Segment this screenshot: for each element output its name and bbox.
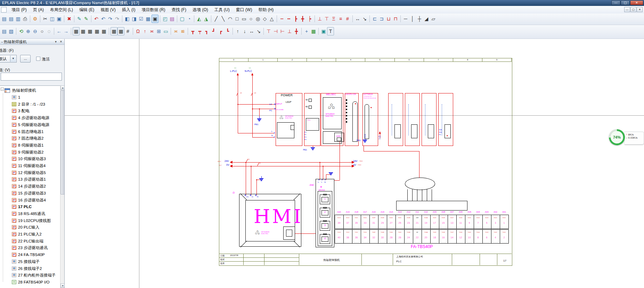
tb2-icon-25[interactable]: ≍	[148, 27, 155, 35]
tb2-icon-34[interactable]: ┓	[203, 27, 210, 35]
tb2-icon-8[interactable]: ◌	[46, 27, 52, 35]
tb1-icon-47[interactable]: ┉	[278, 15, 285, 23]
tb1-icon-45[interactable]: △	[268, 15, 275, 23]
tb2-icon-40[interactable]: ↓	[241, 27, 248, 35]
tb1-icon-54[interactable]: ⊤	[323, 15, 330, 23]
tb2-icon-50[interactable]: +	[303, 27, 310, 35]
scroll-down-icon[interactable]: ▼	[60, 283, 65, 288]
tree-item-10[interactable]: 10 伺服驱动器3	[0, 156, 60, 162]
tb1-icon-39[interactable]: ◠	[227, 15, 234, 23]
tree-item-3[interactable]: 3 配电	[0, 108, 60, 114]
tb1-icon-31[interactable]: ▢	[179, 15, 186, 23]
tb1-icon-38[interactable]: ╲	[220, 15, 227, 23]
tb1-icon-71[interactable]: ▱	[430, 15, 437, 23]
tb2-icon-39[interactable]: ↑	[234, 27, 241, 35]
tree-item-11[interactable]: 11 伺服驱动器4	[0, 163, 60, 169]
tb1-icon-6[interactable]: ⚙	[32, 15, 39, 23]
tb1-icon-10[interactable]: ▣	[56, 15, 63, 23]
tb2-icon-15[interactable]: ▦	[87, 27, 93, 35]
tb2-icon-23[interactable]: Ω	[134, 27, 141, 35]
tb2-icon-5[interactable]: ⊕	[25, 27, 32, 35]
tb2-icon-21[interactable]: #	[124, 27, 131, 35]
tb1-icon-3[interactable]: ▥	[15, 15, 22, 23]
tb2-icon-45[interactable]: ⊣	[272, 27, 279, 35]
minimize-button[interactable]: —	[611, 0, 620, 5]
close-button[interactable]: ✕	[630, 0, 643, 5]
tb2-icon-30[interactable]: ≌	[179, 27, 186, 35]
tb2-icon-33[interactable]: ┯	[196, 27, 203, 35]
tree-item-15[interactable]: 15 步进驱动器3	[0, 190, 60, 197]
panel-header[interactable]: - 热辐射焊接机 ▾ ✕	[0, 39, 64, 45]
value-input[interactable]	[1, 73, 62, 81]
scrollbar-thumb[interactable]	[60, 90, 65, 195]
tb2-icon-1[interactable]: ▤	[1, 27, 8, 35]
panel-close-icon[interactable]: ✕	[59, 40, 63, 44]
tb1-icon-42[interactable]: ○	[247, 15, 254, 23]
tb2-icon-20[interactable]: ▦	[117, 27, 124, 35]
tb2-icon-19[interactable]: ▦	[111, 27, 117, 35]
tree-item-27[interactable]: ❄27 柜内柜外连接端子	[0, 272, 60, 279]
tree-item-4[interactable]: 4 步进驱动器电源	[0, 115, 60, 121]
menu-item-3[interactable]: 布局空间 (L)	[47, 6, 76, 14]
menu-item-10[interactable]: 工具 (U)	[211, 6, 233, 14]
tb1-icon-50[interactable]: ╋	[299, 15, 306, 23]
tb1-icon-49[interactable]: ┣	[292, 15, 299, 23]
tb1-icon-43[interactable]: ◎	[254, 15, 261, 23]
tb1-icon-37[interactable]: ╱	[213, 15, 220, 23]
tb2-icon-47[interactable]: ⊥	[286, 27, 293, 35]
chevron-down-icon[interactable]: ▼	[10, 56, 16, 62]
tb1-icon-67[interactable]: ─	[402, 15, 409, 23]
tb1-icon-26[interactable]: ▣	[152, 15, 158, 23]
tb2-icon-51[interactable]: ▦	[310, 27, 317, 35]
tb2-icon-48[interactable]: ╋	[293, 27, 300, 35]
tree-item-7[interactable]: 7 固态继电器2	[0, 135, 60, 142]
tb2-icon-46[interactable]: ⊢	[279, 27, 286, 35]
tb2-icon-53[interactable]: ▣	[320, 27, 327, 35]
tb2-icon-32[interactable]: ┳	[189, 27, 196, 35]
tb1-icon-2[interactable]: ▤	[8, 15, 15, 23]
tb1-icon-69[interactable]: ┼	[416, 15, 423, 23]
tb1-icon-9[interactable]: ◫	[49, 15, 56, 23]
filter-combobox[interactable]: 默认 ▼	[0, 55, 17, 63]
tb1-icon-24[interactable]: ☑	[138, 15, 145, 23]
tb2-icon-11[interactable]: →	[63, 27, 70, 35]
tb1-icon-22[interactable]: ◧	[124, 15, 131, 23]
tb1-icon-68[interactable]: │	[409, 15, 416, 23]
tb1-icon-64[interactable]: ⊔	[385, 15, 392, 23]
tb1-icon-63[interactable]: ⊐	[378, 15, 385, 23]
tb2-icon-29[interactable]: ≍	[172, 27, 179, 35]
tree-item-2[interactable]: 2 目录 : /1 - /23	[0, 101, 60, 108]
tree-item-13[interactable]: 13 步进驱动器1	[0, 176, 60, 183]
tree-item-20[interactable]: 20 PLC输入	[0, 224, 60, 231]
tree-item-26[interactable]: ❄26 接线端子2	[0, 265, 60, 272]
tree-item-5[interactable]: 5 伺服驱动器电源	[0, 122, 60, 128]
tree-scrollbar[interactable]: ▲ ▼	[60, 85, 65, 288]
tb1-icon-18[interactable]: ↶	[100, 15, 107, 23]
tb1-icon-51[interactable]: ┝	[306, 15, 313, 23]
schematic-canvas[interactable]	[65, 39, 644, 288]
tree-expander-icon[interactable]: -	[1, 88, 4, 91]
activate-checkbox[interactable]	[36, 57, 40, 61]
tree-root[interactable]: 热辐射焊接机	[0, 87, 60, 94]
menu-item-12[interactable]: 帮助 (H)	[255, 6, 277, 14]
tb1-icon-23[interactable]: ◨	[131, 15, 138, 23]
tb1-icon-41[interactable]: ▭	[241, 15, 247, 23]
tb1-icon-25[interactable]: ▦	[145, 15, 152, 23]
tree-item-23[interactable]: 23 步进驱动通讯	[0, 245, 60, 251]
menu-item-4[interactable]: 编辑 (E)	[76, 6, 97, 14]
tree-item-17[interactable]: 17 PLC	[0, 204, 60, 210]
menu-item-7[interactable]: 项目数据 (R)	[138, 6, 168, 14]
tb2-icon-6[interactable]: ⊖	[32, 27, 39, 35]
tb1-icon-56[interactable]: ≡	[337, 15, 344, 23]
tree-item-28[interactable]: ⌗28 FATBS40P I/O	[0, 279, 60, 286]
tree-item-24[interactable]: 24 FA-TBS40P	[0, 252, 60, 258]
tb1-icon-32[interactable]: ◔	[186, 15, 193, 23]
tree-item-14[interactable]: 14 步进驱动器2	[0, 183, 60, 190]
tree-item-19[interactable]: 19 L02CPU接线图	[0, 217, 60, 224]
tb1-icon-55[interactable]: Ξ	[330, 15, 337, 23]
tree-item-21[interactable]: 21 PLC输入2	[0, 231, 60, 238]
menu-item-9[interactable]: 选项 (O)	[189, 6, 211, 14]
tb2-icon-54[interactable]: T	[327, 27, 334, 35]
tb1-icon-40[interactable]: □	[234, 15, 241, 23]
tb1-icon-44[interactable]: ◇	[261, 15, 268, 23]
